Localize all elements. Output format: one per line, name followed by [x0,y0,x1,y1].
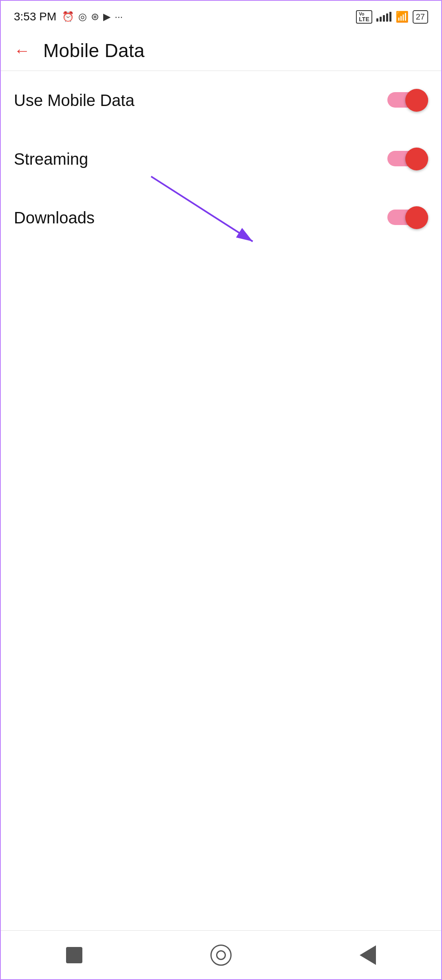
header: ← Mobile Data [1,30,441,71]
page-title: Mobile Data [43,40,145,62]
layers-icon: ⊛ [91,11,99,22]
back-nav-button[interactable] [351,939,384,971]
youtube-icon: ▶ [103,11,110,22]
recent-apps-icon [66,947,82,963]
streaming-label: Streaming [14,150,88,168]
toggle-thumb [405,206,428,229]
status-right: Vo LTE 📶 27 [356,10,428,24]
status-left: 3:53 PM ⏰ ◎ ⊛ ▶ ··· [14,10,123,23]
streaming-toggle[interactable] [387,148,428,170]
wifi-icon: 📶 [396,11,409,23]
more-icon: ··· [115,11,123,22]
volte-badge: Vo LTE [356,10,372,24]
nav-bar [1,930,441,979]
signal-bars-icon [376,12,391,22]
settings-list: Use Mobile Data Streaming Downloads [1,71,441,247]
battery-icon: 27 [413,10,428,24]
alarm-icon: ⏰ [62,11,74,22]
settings-item-use-mobile-data: Use Mobile Data [14,71,428,130]
toggle-thumb [405,89,428,112]
downloads-toggle[interactable] [387,206,428,229]
status-icons: ⏰ ◎ ⊛ ▶ ··· [62,11,123,22]
use-mobile-data-toggle[interactable] [387,89,428,112]
home-icon [210,945,232,966]
settings-item-streaming: Streaming [14,130,428,188]
home-button[interactable] [205,939,237,971]
downloads-label: Downloads [14,209,95,227]
back-button[interactable]: ← [14,42,30,59]
status-bar: 3:53 PM ⏰ ◎ ⊛ ▶ ··· Vo LTE 📶 27 [1,1,441,30]
settings-item-downloads: Downloads [14,188,428,247]
toggle-thumb [405,148,428,170]
back-icon [360,945,376,965]
whatsapp-icon: ◎ [78,11,87,22]
use-mobile-data-label: Use Mobile Data [14,91,135,110]
recent-apps-button[interactable] [58,939,91,971]
status-time: 3:53 PM [14,10,56,23]
